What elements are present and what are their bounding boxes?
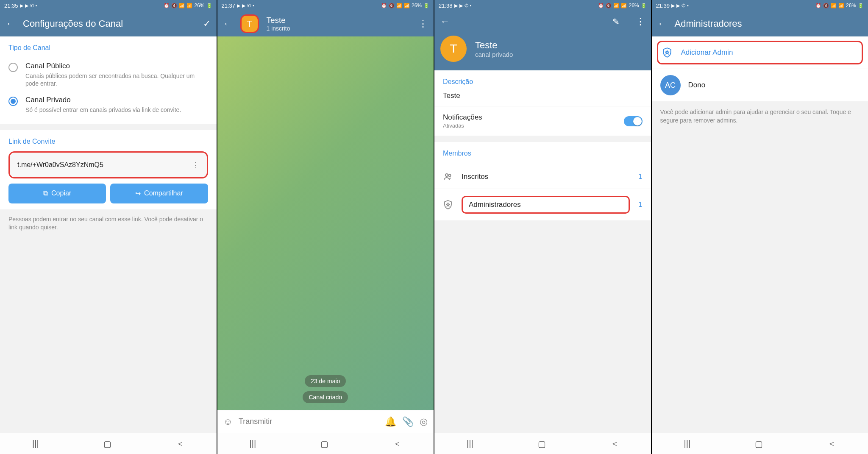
status-time: 21:39 <box>656 3 670 9</box>
battery-icon: 🔋 <box>641 3 647 8</box>
description-section: Descrição Teste <box>434 70 651 106</box>
share-icon: ↪ <box>135 189 141 198</box>
app-bar: ← T Teste 1 inscrito ⋮ <box>217 11 434 36</box>
back-button[interactable]: ＜ <box>176 438 184 449</box>
more-icon[interactable]: ⋮ <box>192 160 199 170</box>
subscribers-row[interactable]: Inscritos 1 <box>434 165 651 189</box>
emoji-icon[interactable]: ☺ <box>223 416 233 427</box>
home-button[interactable]: ▢ <box>538 439 546 449</box>
section-title: Tipo de Canal <box>8 44 208 52</box>
back-button[interactable]: ＜ <box>610 438 619 449</box>
status-battery: 26% <box>412 3 422 8</box>
section-title: Membros <box>443 150 643 157</box>
row-label: Inscritos <box>462 173 630 181</box>
channel-header-info[interactable]: Teste 1 inscrito <box>267 16 411 32</box>
row-label: Notificações <box>443 113 615 122</box>
home-button[interactable]: ▢ <box>755 439 763 449</box>
rec-icon: ▶ <box>25 3 28 8</box>
attach-icon[interactable]: 📎 <box>402 416 414 427</box>
signal-icon: 📶 <box>179 3 185 8</box>
status-battery: 26% <box>629 3 639 8</box>
status-time: 21:37 <box>222 3 236 9</box>
status-battery: 26% <box>194 3 204 8</box>
svg-point-0 <box>445 174 448 176</box>
signal-icon: 📶 <box>831 3 837 8</box>
help-text: Você pode adicionar admin para ajudar a … <box>652 101 868 131</box>
notifications-toggle[interactable] <box>624 116 643 126</box>
admins-row[interactable]: Administradores 1 <box>434 189 651 221</box>
back-icon[interactable]: ← <box>223 18 233 29</box>
admin-list-item[interactable]: AC Dono <box>652 69 868 101</box>
alarm-icon: ⏰ <box>815 3 821 8</box>
mute-icon: 🔇 <box>823 3 829 8</box>
channel-type-section: Tipo de Canal Canal Público Canais públi… <box>0 36 217 124</box>
alarm-icon: ⏰ <box>164 3 170 8</box>
option-label: Canal Privado <box>25 96 181 104</box>
back-icon[interactable]: ← <box>6 18 15 29</box>
share-button[interactable]: ↪ Compartilhar <box>110 184 208 203</box>
dot-icon: • <box>470 3 472 8</box>
android-nav-bar: ||| ▢ ＜ <box>652 433 868 454</box>
mute-icon[interactable]: 🔔 <box>385 416 396 427</box>
signal-icon: 📶 <box>186 3 192 8</box>
rec-icon: ▶ <box>676 3 680 8</box>
page-title: Configurações do Canal <box>23 18 195 29</box>
alarm-icon: ⏰ <box>381 3 387 8</box>
more-icon[interactable]: ⋮ <box>418 18 428 29</box>
status-bar: 21:39 ▶ ▶ ✆ • ⏰ 🔇 📶 📶 26% 🔋 <box>652 0 868 11</box>
status-battery: 26% <box>846 3 856 8</box>
invite-link-section: Link de Convite t.me/+Wr0a0vSAz8YzNmQ5 ⋮… <box>0 130 217 209</box>
channel-sub: 1 inscrito <box>267 25 411 32</box>
recents-button[interactable]: ||| <box>467 439 473 448</box>
content: Descrição Teste Notificações Ativadas Me… <box>434 70 651 433</box>
invite-link-box[interactable]: t.me/+Wr0a0vSAz8YzNmQ5 ⋮ <box>8 151 208 178</box>
more-icon[interactable]: ⋮ <box>636 16 645 27</box>
android-nav-bar: ||| ▢ ＜ <box>434 433 651 454</box>
status-time: 21:38 <box>439 3 453 9</box>
row-sub: Ativadas <box>443 123 615 129</box>
option-desc: Só é possível entrar em canais privados … <box>25 106 181 114</box>
status-bar: 21:38 ▶ ▶ ✆ • ⏰ 🔇 📶 📶 26% 🔋 <box>434 0 651 11</box>
android-nav-bar: ||| ▢ ＜ <box>0 433 217 454</box>
message-input-bar: ☺ 🔔 📎 ◎ <box>217 410 434 433</box>
battery-icon: 🔋 <box>858 3 864 8</box>
private-channel-option[interactable]: Canal Privado Só é possível entrar em ca… <box>8 92 208 118</box>
back-icon[interactable]: ← <box>440 16 450 27</box>
signal-icon: 📶 <box>838 3 844 8</box>
back-button[interactable]: ＜ <box>393 438 401 449</box>
profile-header: ← ✎ ⋮ T Teste canal privado <box>434 11 651 70</box>
message-input[interactable] <box>239 417 379 426</box>
confirm-icon[interactable]: ✓ <box>203 18 211 29</box>
dot-icon: • <box>36 3 37 8</box>
recents-button[interactable]: ||| <box>32 439 39 448</box>
copy-button[interactable]: ⧉ Copiar <box>8 184 106 203</box>
add-admin-row[interactable]: Adicionar Admin <box>657 41 863 64</box>
public-channel-option[interactable]: Canal Público Canais públicos podem ser … <box>8 58 208 92</box>
record-icon[interactable]: ◎ <box>420 416 428 427</box>
home-button[interactable]: ▢ <box>103 439 111 449</box>
edit-icon[interactable]: ✎ <box>612 17 620 27</box>
row-count: 1 <box>638 173 642 181</box>
section-title: Link de Convite <box>8 138 208 145</box>
rec-icon: ▶ <box>20 3 23 8</box>
whatsapp-icon: ✆ <box>30 3 34 8</box>
button-label: Copiar <box>51 189 71 197</box>
notifications-row[interactable]: Notificações Ativadas <box>434 106 651 136</box>
back-button[interactable]: ＜ <box>827 438 836 449</box>
page-title: Administradores <box>675 18 862 29</box>
section-title: Descrição <box>443 78 643 86</box>
signal-icon: 📶 <box>404 3 410 8</box>
recents-button[interactable]: ||| <box>684 439 690 448</box>
system-message: Canal criado <box>303 391 348 403</box>
recents-button[interactable]: ||| <box>249 439 256 448</box>
screen-channel-profile: 21:38 ▶ ▶ ✆ • ⏰ 🔇 📶 📶 26% 🔋 ← ✎ ⋮ T <box>434 0 651 454</box>
whatsapp-icon: ✆ <box>465 3 468 8</box>
channel-avatar[interactable]: T <box>440 36 467 62</box>
copy-icon: ⧉ <box>43 189 48 197</box>
back-icon[interactable]: ← <box>658 18 667 29</box>
channel-avatar[interactable]: T <box>240 14 259 33</box>
members-section: Membros <box>434 142 651 165</box>
people-icon <box>443 172 453 182</box>
whatsapp-icon: ✆ <box>247 3 251 8</box>
home-button[interactable]: ▢ <box>320 439 328 449</box>
